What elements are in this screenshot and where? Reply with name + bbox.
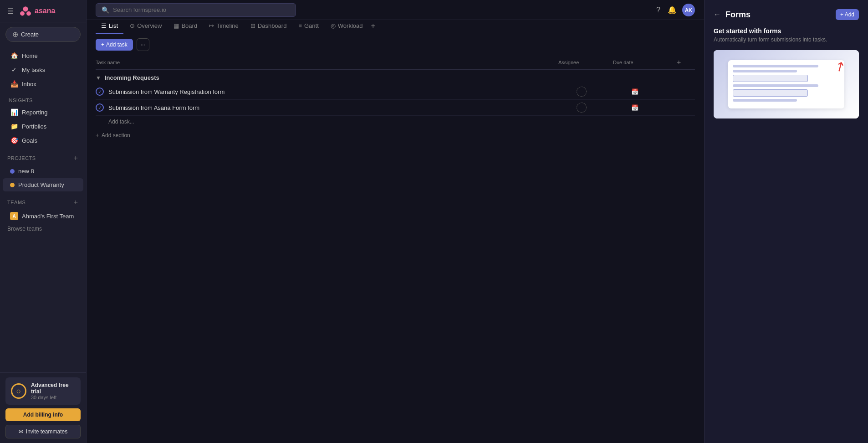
trial-text: Advanced free trial 30 days left xyxy=(31,382,75,400)
table-row[interactable]: ✓ Submission from Asana Form form 📅 xyxy=(96,100,695,116)
team-icon-ahmads: A xyxy=(10,212,18,220)
trial-box: ○ Advanced free trial 30 days left xyxy=(5,377,81,405)
forms-info-desc: Automatically turn form submissions into… xyxy=(714,36,859,43)
add-section-row[interactable]: + Add section xyxy=(96,128,695,143)
sidebar-item-new8[interactable]: new 8 xyxy=(3,165,83,178)
task-table: Task name Assignee Due date + ▼ Incoming… xyxy=(87,56,704,443)
forms-info: Get started with forms Automatically tur… xyxy=(714,27,859,43)
sidebar-bottom: ○ Advanced free trial 30 days left Add b… xyxy=(0,372,86,443)
mock-line-1 xyxy=(733,65,818,67)
task-check-2[interactable]: ✓ xyxy=(96,103,104,112)
task-name-2: Submission from Asana Form form xyxy=(108,104,577,111)
sidebar-item-reporting[interactable]: 📊 Reporting xyxy=(3,105,83,119)
forms-info-title: Get started with forms xyxy=(714,27,859,35)
topbar: 🔍 ? 🔔 AK xyxy=(87,0,704,20)
sidebar-item-my-tasks[interactable]: ✓ My tasks xyxy=(3,63,83,77)
asana-logo-icon xyxy=(19,5,32,17)
create-button[interactable]: ⊕ Create xyxy=(5,27,81,42)
calendar-icon-1: 📅 xyxy=(631,88,638,95)
add-tab-button[interactable]: + xyxy=(369,20,377,32)
tab-board[interactable]: ▦ Board xyxy=(168,18,203,34)
plus-section-icon: + xyxy=(96,132,99,139)
list-tab-icon: ☰ xyxy=(101,22,107,29)
trial-circle-icon: ○ xyxy=(11,383,26,399)
overview-tab-icon: ⊙ xyxy=(130,22,135,29)
insights-section-header: Insights xyxy=(0,91,86,105)
project-dot-product-warranty xyxy=(10,183,15,187)
task-duedate-2: 📅 xyxy=(631,104,695,111)
asana-logo-text: asana xyxy=(35,7,55,15)
assignee-avatar-2 xyxy=(577,103,587,113)
hamburger-button[interactable]: ☰ xyxy=(5,5,15,17)
project-toolbar: + Add task ··· xyxy=(87,34,704,56)
sidebar-nav: 🏠 Home ✓ My tasks 📥 Inbox Insights 📊 Rep… xyxy=(0,46,86,372)
panel-back-button[interactable]: ← xyxy=(714,10,721,19)
add-team-button[interactable]: + xyxy=(73,198,79,206)
plus-icon: + xyxy=(101,41,104,48)
portfolios-icon: 📁 xyxy=(10,123,18,130)
home-icon: 🏠 xyxy=(10,52,18,59)
add-task-inline[interactable]: Add task... xyxy=(96,116,695,128)
add-task-button[interactable]: + Add task xyxy=(96,39,133,51)
search-input[interactable] xyxy=(113,6,290,13)
gantt-tab-icon: ≡ xyxy=(298,22,302,29)
main-panel: ☰ Product Warranty ☆ ⊕ ○ Set status AK ·… xyxy=(87,0,704,443)
tab-overview[interactable]: ⊙ Overview xyxy=(124,18,167,34)
mock-line-4 xyxy=(733,99,797,102)
col-header-assignee: Assignee xyxy=(558,60,613,65)
top-right-actions: ? 🔔 AK xyxy=(654,4,695,16)
browse-teams-link[interactable]: Browse teams xyxy=(0,224,86,234)
notifications-button[interactable]: 🔔 xyxy=(666,4,679,16)
sidebar-item-product-warranty[interactable]: Product Warranty xyxy=(3,178,83,191)
dashboard-tab-icon: ⊟ xyxy=(250,22,255,29)
svg-point-0 xyxy=(23,6,28,11)
calendar-icon-2: 📅 xyxy=(631,104,638,111)
tab-timeline[interactable]: ↦ Timeline xyxy=(204,18,244,34)
invite-icon: ✉ xyxy=(19,428,23,435)
col-header-task-name: Task name xyxy=(96,60,558,65)
preview-inner: ↗ xyxy=(714,50,859,118)
svg-point-2 xyxy=(26,11,31,16)
user-avatar-topbar[interactable]: AK xyxy=(682,4,695,16)
create-plus-icon: ⊕ xyxy=(12,30,18,39)
search-icon: 🔍 xyxy=(102,6,109,14)
add-column-button[interactable]: + xyxy=(677,58,681,67)
mock-input-2 xyxy=(733,89,808,97)
panel-title: Forms xyxy=(725,10,751,20)
sidebar-item-inbox[interactable]: 📥 Inbox xyxy=(3,77,83,91)
section-collapse-button[interactable]: ▼ xyxy=(96,75,101,81)
tab-workload[interactable]: ◎ Workload xyxy=(325,18,368,34)
tab-list[interactable]: ☰ List xyxy=(96,18,123,34)
help-button[interactable]: ? xyxy=(654,4,662,16)
teams-section-header: Teams + xyxy=(0,192,86,208)
mock-input-1 xyxy=(733,75,808,82)
project-dot-new8 xyxy=(10,169,15,174)
invite-teammates-button[interactable]: ✉ Invite teammates xyxy=(5,425,81,438)
panel-add-button[interactable]: + Add xyxy=(836,9,859,20)
board-tab-icon: ▦ xyxy=(174,22,179,29)
preview-mock-form xyxy=(728,60,844,108)
sidebar-item-goals[interactable]: 🎯 Goals xyxy=(3,134,83,147)
task-assignee-1 xyxy=(577,87,631,97)
col-header-due-date: Due date xyxy=(613,60,677,65)
billing-button[interactable]: Add billing info xyxy=(5,408,81,421)
sidebar-item-ahmads-team[interactable]: A Ahmad's First Team xyxy=(3,209,83,223)
project-tabs: ☰ List ⊙ Overview ▦ Board ↦ Timeline ⊟ D… xyxy=(87,18,704,34)
sidebar-item-portfolios[interactable]: 📁 Portfolios xyxy=(3,119,83,133)
section-incoming-requests: ▼ Incoming Requests xyxy=(96,70,695,84)
table-row[interactable]: ✓ Submission from Warranty Registration … xyxy=(96,84,695,100)
forms-panel: ← Forms + Add Get started with forms Aut… xyxy=(704,0,868,443)
task-name-1: Submission from Warranty Registration fo… xyxy=(108,88,577,95)
main-content-area: ☰ Product Warranty ☆ ⊕ ○ Set status AK ·… xyxy=(87,0,704,443)
goals-icon: 🎯 xyxy=(10,137,18,144)
sidebar-item-home[interactable]: 🏠 Home xyxy=(3,49,83,62)
tab-gantt[interactable]: ≡ Gantt xyxy=(293,18,324,34)
reporting-icon: 📊 xyxy=(10,108,18,116)
add-project-button[interactable]: + xyxy=(73,154,79,162)
tab-dashboard[interactable]: ⊟ Dashboard xyxy=(245,18,292,34)
task-check-1[interactable]: ✓ xyxy=(96,88,104,96)
toolbar-more-button[interactable]: ··· xyxy=(137,38,149,51)
search-bar: 🔍 xyxy=(96,3,296,17)
timeline-tab-icon: ↦ xyxy=(209,22,214,29)
projects-section-header: Projects + xyxy=(0,148,86,164)
